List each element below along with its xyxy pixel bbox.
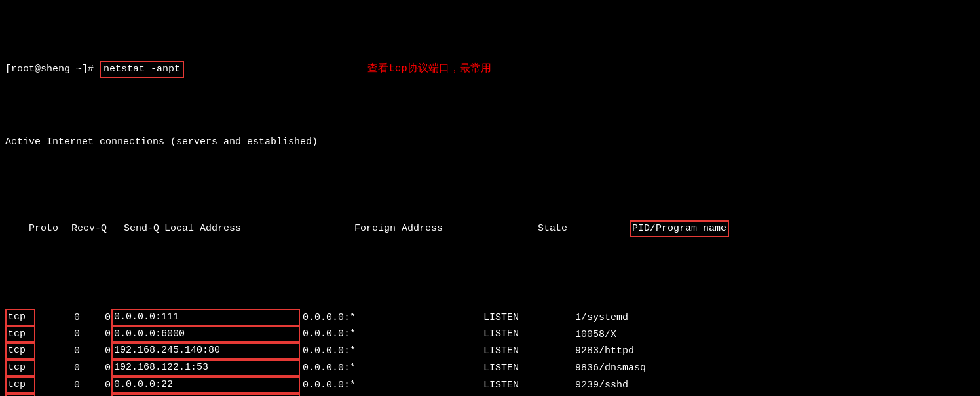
cell-recvq: 0 <box>35 378 83 393</box>
cell-recvq: 0 <box>35 311 83 325</box>
table-row: tcp000.0.0.0:60000.0.0.0:*LISTEN10058/X <box>5 326 975 343</box>
cell-recvq: 0 <box>35 344 83 359</box>
table-row: tcp00127.0.0.1:6310.0.0.0:*LISTEN9238/cu… <box>5 393 975 397</box>
table-row: tcp000.0.0.0:220.0.0.0:*LISTEN9239/sshd <box>5 376 975 393</box>
col-foreign: Foreign Address <box>354 222 538 236</box>
command-box: netstat -anpt <box>100 61 184 78</box>
col-local: Local Address <box>164 222 354 236</box>
col-state: State <box>538 222 630 236</box>
cell-pid: 9239/sshd <box>575 380 628 391</box>
col-proto: Proto <box>29 222 65 236</box>
cell-local: 0.0.0.0:6000 <box>111 326 300 343</box>
cell-pid: 9836/dnsmasq <box>575 363 646 374</box>
table-row: tcp000.0.0.0:1110.0.0.0:*LISTEN1/systemd <box>5 309 975 326</box>
cell-foreign: 0.0.0.0:* <box>300 311 483 325</box>
cell-state: LISTEN <box>483 327 575 342</box>
prompt-text: [root@sheng ~]# <box>5 62 100 77</box>
col-headers-row: ProtoRecv-QSend-QLocal AddressForeign Ad… <box>5 207 975 252</box>
cell-local: 0.0.0.0:22 <box>111 376 300 393</box>
header-line: Active Internet connections (servers and… <box>5 135 975 149</box>
cell-pid: 9283/httpd <box>575 346 634 357</box>
cell-sendq: 0 <box>83 311 111 325</box>
cell-state: LISTEN <box>483 311 575 325</box>
cell-sendq: 0 <box>83 327 111 342</box>
cell-proto: tcp <box>5 326 35 343</box>
cell-proto: tcp <box>5 393 35 397</box>
table-row: tcp00192.168.245.140:800.0.0.0:*LISTEN92… <box>5 342 975 359</box>
cell-pid: 10058/X <box>575 328 616 340</box>
col-sendq: Send-Q <box>116 222 162 236</box>
cell-recvq: 0 <box>35 361 83 376</box>
col-recvq: Recv-Q <box>65 222 111 236</box>
cell-state: LISTEN <box>483 344 575 359</box>
cell-proto: tcp <box>5 342 35 359</box>
cell-foreign: 0.0.0.0:* <box>300 378 483 393</box>
cell-state: LISTEN <box>483 378 575 393</box>
cell-proto: tcp <box>5 309 35 326</box>
cell-recvq: 0 <box>35 327 83 342</box>
cell-pid: 1/systemd <box>575 312 628 323</box>
data-rows: tcp000.0.0.0:1110.0.0.0:*LISTEN1/systemd… <box>5 309 975 396</box>
annotation: 查看tcp协议端口，最常用 <box>368 62 491 77</box>
table-row: tcp00192.168.122.1:530.0.0.0:*LISTEN9836… <box>5 359 975 376</box>
cell-local: 127.0.0.1:631 <box>111 393 300 397</box>
cell-local: 192.168.122.1:53 <box>111 359 300 376</box>
cell-proto: tcp <box>5 376 35 393</box>
cell-foreign: 0.0.0.0:* <box>300 344 483 359</box>
cell-state: LISTEN <box>483 361 575 376</box>
cell-local: 0.0.0.0:111 <box>111 309 300 326</box>
cell-foreign: 0.0.0.0:* <box>300 327 483 342</box>
prompt-line: [root@sheng ~]# netstat -anpt查看tcp协议端口，最… <box>5 61 975 78</box>
terminal: [root@sheng ~]# netstat -anpt查看tcp协议端口，最… <box>5 4 975 396</box>
cell-foreign: 0.0.0.0:* <box>300 361 483 376</box>
cell-sendq: 0 <box>83 378 111 393</box>
cell-local: 192.168.245.140:80 <box>111 342 300 359</box>
cell-proto: tcp <box>5 359 35 376</box>
cell-sendq: 0 <box>83 361 111 376</box>
pid-col-box: PID/Program name <box>630 220 729 237</box>
cell-sendq: 0 <box>83 344 111 359</box>
